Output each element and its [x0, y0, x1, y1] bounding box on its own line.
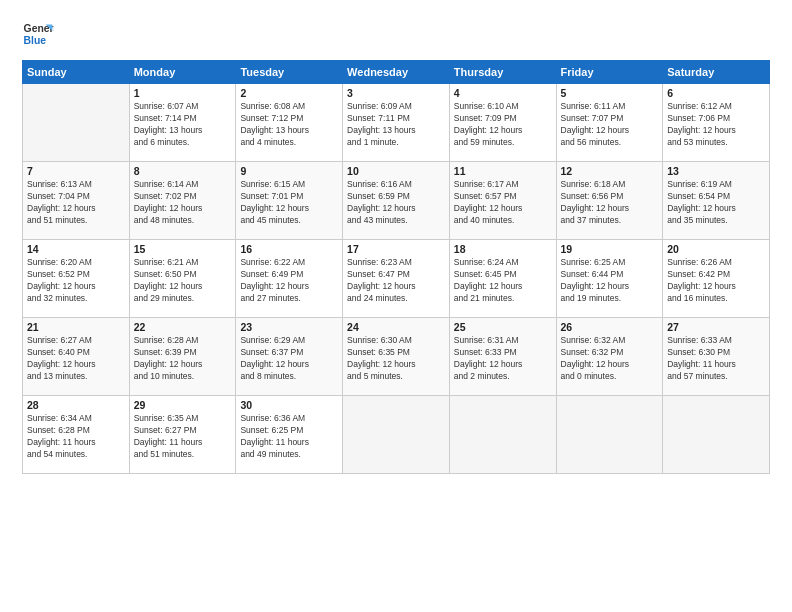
- weekday-header-saturday: Saturday: [663, 61, 770, 84]
- calendar-cell: 18Sunrise: 6:24 AM Sunset: 6:45 PM Dayli…: [449, 240, 556, 318]
- day-number: 1: [134, 87, 232, 99]
- day-number: 18: [454, 243, 552, 255]
- day-info: Sunrise: 6:15 AM Sunset: 7:01 PM Dayligh…: [240, 179, 338, 227]
- day-number: 21: [27, 321, 125, 333]
- day-info: Sunrise: 6:28 AM Sunset: 6:39 PM Dayligh…: [134, 335, 232, 383]
- day-number: 2: [240, 87, 338, 99]
- calendar-cell: 2Sunrise: 6:08 AM Sunset: 7:12 PM Daylig…: [236, 84, 343, 162]
- day-info: Sunrise: 6:19 AM Sunset: 6:54 PM Dayligh…: [667, 179, 765, 227]
- logo: General Blue: [22, 18, 54, 50]
- day-number: 26: [561, 321, 659, 333]
- calendar-week-row: 21Sunrise: 6:27 AM Sunset: 6:40 PM Dayli…: [23, 318, 770, 396]
- day-number: 12: [561, 165, 659, 177]
- calendar-week-row: 7Sunrise: 6:13 AM Sunset: 7:04 PM Daylig…: [23, 162, 770, 240]
- day-number: 9: [240, 165, 338, 177]
- day-info: Sunrise: 6:36 AM Sunset: 6:25 PM Dayligh…: [240, 413, 338, 461]
- calendar-cell: 27Sunrise: 6:33 AM Sunset: 6:30 PM Dayli…: [663, 318, 770, 396]
- calendar-cell: 22Sunrise: 6:28 AM Sunset: 6:39 PM Dayli…: [129, 318, 236, 396]
- day-info: Sunrise: 6:32 AM Sunset: 6:32 PM Dayligh…: [561, 335, 659, 383]
- day-number: 29: [134, 399, 232, 411]
- day-info: Sunrise: 6:29 AM Sunset: 6:37 PM Dayligh…: [240, 335, 338, 383]
- day-info: Sunrise: 6:31 AM Sunset: 6:33 PM Dayligh…: [454, 335, 552, 383]
- day-info: Sunrise: 6:22 AM Sunset: 6:49 PM Dayligh…: [240, 257, 338, 305]
- day-number: 5: [561, 87, 659, 99]
- weekday-header-friday: Friday: [556, 61, 663, 84]
- calendar-cell: 8Sunrise: 6:14 AM Sunset: 7:02 PM Daylig…: [129, 162, 236, 240]
- calendar-cell: 4Sunrise: 6:10 AM Sunset: 7:09 PM Daylig…: [449, 84, 556, 162]
- day-info: Sunrise: 6:12 AM Sunset: 7:06 PM Dayligh…: [667, 101, 765, 149]
- calendar-week-row: 1Sunrise: 6:07 AM Sunset: 7:14 PM Daylig…: [23, 84, 770, 162]
- day-info: Sunrise: 6:16 AM Sunset: 6:59 PM Dayligh…: [347, 179, 445, 227]
- day-number: 19: [561, 243, 659, 255]
- day-info: Sunrise: 6:20 AM Sunset: 6:52 PM Dayligh…: [27, 257, 125, 305]
- day-info: Sunrise: 6:27 AM Sunset: 6:40 PM Dayligh…: [27, 335, 125, 383]
- day-number: 14: [27, 243, 125, 255]
- day-info: Sunrise: 6:09 AM Sunset: 7:11 PM Dayligh…: [347, 101, 445, 149]
- day-info: Sunrise: 6:24 AM Sunset: 6:45 PM Dayligh…: [454, 257, 552, 305]
- day-info: Sunrise: 6:21 AM Sunset: 6:50 PM Dayligh…: [134, 257, 232, 305]
- day-number: 13: [667, 165, 765, 177]
- day-info: Sunrise: 6:14 AM Sunset: 7:02 PM Dayligh…: [134, 179, 232, 227]
- weekday-header-wednesday: Wednesday: [343, 61, 450, 84]
- logo-icon: General Blue: [22, 18, 54, 50]
- calendar-cell: 3Sunrise: 6:09 AM Sunset: 7:11 PM Daylig…: [343, 84, 450, 162]
- calendar-cell: 14Sunrise: 6:20 AM Sunset: 6:52 PM Dayli…: [23, 240, 130, 318]
- day-info: Sunrise: 6:10 AM Sunset: 7:09 PM Dayligh…: [454, 101, 552, 149]
- calendar-cell: 30Sunrise: 6:36 AM Sunset: 6:25 PM Dayli…: [236, 396, 343, 474]
- calendar-cell: 25Sunrise: 6:31 AM Sunset: 6:33 PM Dayli…: [449, 318, 556, 396]
- calendar-table: SundayMondayTuesdayWednesdayThursdayFrid…: [22, 60, 770, 474]
- day-info: Sunrise: 6:35 AM Sunset: 6:27 PM Dayligh…: [134, 413, 232, 461]
- calendar-cell: 9Sunrise: 6:15 AM Sunset: 7:01 PM Daylig…: [236, 162, 343, 240]
- day-number: 20: [667, 243, 765, 255]
- weekday-header-row: SundayMondayTuesdayWednesdayThursdayFrid…: [23, 61, 770, 84]
- day-number: 4: [454, 87, 552, 99]
- day-info: Sunrise: 6:08 AM Sunset: 7:12 PM Dayligh…: [240, 101, 338, 149]
- calendar-cell: 29Sunrise: 6:35 AM Sunset: 6:27 PM Dayli…: [129, 396, 236, 474]
- day-number: 15: [134, 243, 232, 255]
- day-info: Sunrise: 6:30 AM Sunset: 6:35 PM Dayligh…: [347, 335, 445, 383]
- calendar-cell: [663, 396, 770, 474]
- day-number: 11: [454, 165, 552, 177]
- day-number: 23: [240, 321, 338, 333]
- calendar-cell: [449, 396, 556, 474]
- weekday-header-tuesday: Tuesday: [236, 61, 343, 84]
- calendar-cell: 6Sunrise: 6:12 AM Sunset: 7:06 PM Daylig…: [663, 84, 770, 162]
- day-number: 16: [240, 243, 338, 255]
- day-info: Sunrise: 6:11 AM Sunset: 7:07 PM Dayligh…: [561, 101, 659, 149]
- day-number: 27: [667, 321, 765, 333]
- calendar-cell: 7Sunrise: 6:13 AM Sunset: 7:04 PM Daylig…: [23, 162, 130, 240]
- weekday-header-monday: Monday: [129, 61, 236, 84]
- day-number: 10: [347, 165, 445, 177]
- day-number: 17: [347, 243, 445, 255]
- calendar-cell: [556, 396, 663, 474]
- day-info: Sunrise: 6:33 AM Sunset: 6:30 PM Dayligh…: [667, 335, 765, 383]
- day-info: Sunrise: 6:34 AM Sunset: 6:28 PM Dayligh…: [27, 413, 125, 461]
- calendar-cell: 12Sunrise: 6:18 AM Sunset: 6:56 PM Dayli…: [556, 162, 663, 240]
- calendar-cell: 21Sunrise: 6:27 AM Sunset: 6:40 PM Dayli…: [23, 318, 130, 396]
- calendar-cell: 17Sunrise: 6:23 AM Sunset: 6:47 PM Dayli…: [343, 240, 450, 318]
- calendar-cell: 16Sunrise: 6:22 AM Sunset: 6:49 PM Dayli…: [236, 240, 343, 318]
- calendar-cell: [343, 396, 450, 474]
- day-info: Sunrise: 6:23 AM Sunset: 6:47 PM Dayligh…: [347, 257, 445, 305]
- calendar-cell: 10Sunrise: 6:16 AM Sunset: 6:59 PM Dayli…: [343, 162, 450, 240]
- svg-text:Blue: Blue: [24, 35, 47, 46]
- header: General Blue: [22, 18, 770, 50]
- day-info: Sunrise: 6:25 AM Sunset: 6:44 PM Dayligh…: [561, 257, 659, 305]
- day-number: 25: [454, 321, 552, 333]
- day-number: 3: [347, 87, 445, 99]
- calendar-cell: 11Sunrise: 6:17 AM Sunset: 6:57 PM Dayli…: [449, 162, 556, 240]
- calendar-cell: 5Sunrise: 6:11 AM Sunset: 7:07 PM Daylig…: [556, 84, 663, 162]
- day-number: 28: [27, 399, 125, 411]
- calendar-week-row: 28Sunrise: 6:34 AM Sunset: 6:28 PM Dayli…: [23, 396, 770, 474]
- day-info: Sunrise: 6:13 AM Sunset: 7:04 PM Dayligh…: [27, 179, 125, 227]
- day-info: Sunrise: 6:18 AM Sunset: 6:56 PM Dayligh…: [561, 179, 659, 227]
- day-number: 6: [667, 87, 765, 99]
- calendar-cell: 13Sunrise: 6:19 AM Sunset: 6:54 PM Dayli…: [663, 162, 770, 240]
- day-number: 7: [27, 165, 125, 177]
- day-number: 8: [134, 165, 232, 177]
- day-number: 24: [347, 321, 445, 333]
- calendar-cell: 15Sunrise: 6:21 AM Sunset: 6:50 PM Dayli…: [129, 240, 236, 318]
- calendar-cell: 28Sunrise: 6:34 AM Sunset: 6:28 PM Dayli…: [23, 396, 130, 474]
- calendar-cell: 24Sunrise: 6:30 AM Sunset: 6:35 PM Dayli…: [343, 318, 450, 396]
- calendar-cell: 20Sunrise: 6:26 AM Sunset: 6:42 PM Dayli…: [663, 240, 770, 318]
